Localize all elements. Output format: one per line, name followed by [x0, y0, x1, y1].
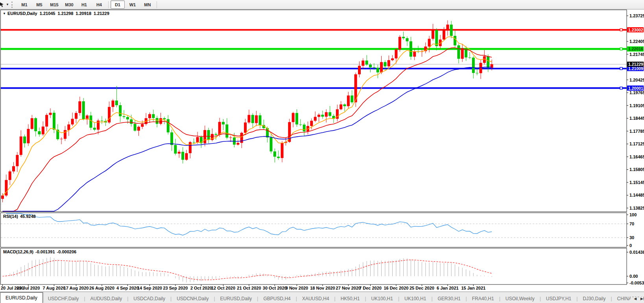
chart-tab-4[interactable]: USDCNH,Daily [172, 294, 214, 303]
svg-text:18 Nov 2020: 18 Nov 2020 [310, 286, 335, 290]
svg-text:0.014384: 0.014384 [629, 250, 644, 255]
svg-text:1.23002: 1.23002 [628, 28, 643, 32]
timeframe-button-m1[interactable]: M1 [17, 0, 31, 9]
svg-text:23 Sep 2020: 23 Sep 2020 [163, 286, 188, 290]
chart-tabs: EURUSD,DailyUSDCHF,Daily|AUDUSD,Daily|US… [0, 292, 644, 303]
symbol-collapse-icon[interactable]: ▼ [3, 12, 6, 15]
timeframe-button-m15[interactable]: M15 [47, 0, 61, 9]
timeframe-button-mn[interactable]: MN [140, 0, 155, 9]
chart-tab-1[interactable]: USDCHF,Daily [43, 294, 84, 303]
svg-text:1.20425: 1.20425 [629, 78, 644, 82]
macd-signal-value: -0.000206 [57, 249, 77, 254]
svg-text:7 Dec 2020: 7 Dec 2020 [359, 286, 382, 290]
chart-tab-6[interactable]: GBPUSD,H4 [258, 294, 295, 303]
svg-text:0.00: 0.00 [629, 274, 638, 279]
price-chart-canvas[interactable]: 1.237251.224051.217451.204251.197651.191… [0, 9, 644, 292]
chart-tab-12[interactable]: FRA40,H1 [467, 294, 499, 303]
timeframe-button-d1[interactable]: D1 [111, 0, 125, 9]
chart-tab-0[interactable]: EURUSD,Daily [0, 292, 43, 303]
svg-text:1.19105: 1.19105 [629, 103, 644, 108]
macd-indicator-label: MACD(12,26,9)-0.001391-0.000206 [3, 249, 78, 254]
svg-text:12 Oct 2020: 12 Oct 2020 [211, 286, 235, 290]
svg-text:17 Aug 2020: 17 Aug 2020 [64, 286, 89, 290]
svg-text:4 Sep 2020: 4 Sep 2020 [116, 286, 139, 290]
svg-text:30 Oct 2020: 30 Oct 2020 [263, 286, 287, 290]
svg-text:1.22405: 1.22405 [629, 39, 644, 44]
tab-scroll-left-icon[interactable]: ◀ [634, 297, 637, 301]
toolbar-grip [11, 2, 15, 8]
chart-symbol: EURUSD,Daily [7, 11, 37, 16]
chart-tab-3[interactable]: USDCAD,Daily [128, 294, 170, 303]
chart-tab-15[interactable]: DJ30,Daily [578, 294, 611, 303]
chart-tab-8[interactable]: HK50,H1 [336, 294, 365, 303]
timeframe-button-h4[interactable]: H4 [92, 0, 106, 9]
svg-text:1.17785: 1.17785 [629, 129, 644, 134]
chart-tab-13[interactable]: USOil,Weekly [500, 294, 540, 303]
chart-tab-14[interactable]: USDJPY,H1 [541, 294, 576, 303]
svg-text:9 Nov 2020: 9 Nov 2020 [286, 286, 308, 290]
chevron-down-icon[interactable]: ▼ [6, 3, 9, 6]
price-badge-1.20001: 1.20001 [627, 86, 644, 91]
chart-tab-11[interactable]: GER30,H1 [433, 294, 466, 303]
svg-text:1.17125: 1.17125 [629, 141, 644, 146]
svg-text:70: 70 [629, 221, 634, 226]
timeframe-button-w1[interactable]: W1 [125, 0, 140, 9]
line-handle[interactable] [620, 29, 622, 31]
svg-text:1.23725: 1.23725 [629, 13, 644, 18]
chart-tab-7[interactable]: XAUUSD,H4 [297, 294, 334, 303]
ohlc-close: 1.21229 [94, 11, 109, 16]
toolbar: ▼ M1M5M15M30H1H4D1W1MN [0, 0, 644, 9]
chart-tabs-bar: EURUSD,DailyUSDCHF,Daily|AUDUSD,Daily|US… [0, 292, 644, 303]
timeframe-button-m5[interactable]: M5 [32, 0, 46, 9]
toolbar-separator [108, 1, 109, 8]
svg-text:16 Dec 2020: 16 Dec 2020 [384, 286, 408, 290]
svg-text:26 Aug 2020: 26 Aug 2020 [89, 286, 114, 290]
line-handle[interactable] [620, 67, 622, 70]
ohlc-high: 1.21298 [57, 11, 73, 16]
svg-text:1.14485: 1.14485 [629, 193, 644, 197]
tab-scroll-arrows: ◀ ▶ [631, 297, 643, 301]
svg-text:7 Aug 2020: 7 Aug 2020 [43, 286, 66, 290]
svg-text:1.22016: 1.22016 [628, 46, 643, 51]
chart-tab-5[interactable]: EURUSD,Daily [215, 294, 257, 303]
ohlc-open: 1.21045 [40, 11, 55, 16]
rsi-indicator-label: RSI(14)45.9248 [3, 214, 38, 219]
svg-text:-0.005396: -0.005396 [629, 281, 644, 285]
chart-title: ▼EURUSD,Daily1.210451.212981.209181.2122… [3, 11, 112, 16]
svg-text:25 Dec 2020: 25 Dec 2020 [410, 286, 434, 290]
chart-tab-9[interactable]: UK100,H1 [366, 294, 398, 303]
price-badge-1.23002: 1.23002 [627, 27, 644, 32]
svg-text:1.20001: 1.20001 [628, 86, 643, 91]
svg-text:1.18445: 1.18445 [629, 116, 644, 121]
macd-main-value: -0.001391 [35, 249, 55, 254]
tab-scroll-right-icon[interactable]: ▶ [640, 297, 643, 301]
chart-tab-2[interactable]: AUDUSD,Daily [85, 294, 127, 303]
svg-text:1.15805: 1.15805 [629, 167, 644, 172]
price-badge-1.22016: 1.22016 [627, 46, 644, 52]
svg-text:2 Oct 2020: 2 Oct 2020 [190, 286, 212, 290]
price-badge-1.21229: 1.21229 [627, 62, 644, 67]
cursor-tool-icon[interactable] [0, 2, 5, 7]
chart-tab-10[interactable]: UK100,H1 [399, 294, 431, 303]
ohlc-low: 1.20918 [76, 11, 91, 16]
svg-text:0: 0 [629, 243, 632, 248]
svg-text:15 Jan 2021: 15 Jan 2021 [461, 286, 485, 290]
svg-text:1.15145: 1.15145 [629, 180, 644, 185]
svg-text:1.16465: 1.16465 [629, 154, 644, 159]
timeframe-button-m30[interactable]: M30 [62, 0, 76, 9]
svg-text:1.21229: 1.21229 [628, 62, 643, 67]
cursor-icon [0, 2, 4, 7]
line-handle[interactable] [620, 48, 622, 50]
svg-text:1.21745: 1.21745 [629, 52, 644, 57]
line-handle[interactable] [620, 87, 622, 89]
svg-text:6 Jan 2021: 6 Jan 2021 [437, 286, 459, 290]
time-axis[interactable]: 20 Jul 202029 Jul 20207 Aug 202017 Aug 2… [1, 284, 485, 290]
timeframe-button-h1[interactable]: H1 [77, 0, 91, 9]
chart-area: 1.237251.224051.217451.204251.197651.191… [0, 9, 644, 292]
svg-text:27 Nov 2020: 27 Nov 2020 [336, 286, 361, 290]
rsi-value: 45.9248 [20, 214, 36, 219]
svg-text:30: 30 [629, 235, 634, 240]
mt4-chart-window: ▼ M1M5M15M30H1H4D1W1MN 1.237251.224051.2… [0, 0, 644, 303]
svg-text:100: 100 [629, 212, 637, 217]
svg-text:21 Oct 2020: 21 Oct 2020 [237, 286, 261, 290]
